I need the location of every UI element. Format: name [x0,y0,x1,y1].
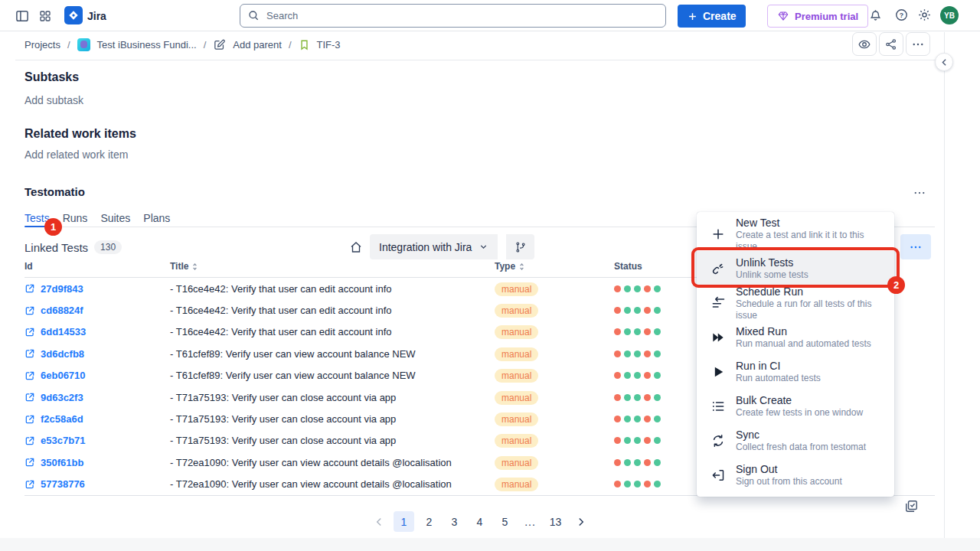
testomatio-more-icon[interactable] [913,186,926,200]
external-link-icon [24,479,35,490]
settings-gear-icon[interactable] [917,8,933,23]
create-button[interactable]: Create [678,5,746,28]
status-dot [644,459,651,466]
notifications-bell-icon[interactable] [868,8,884,23]
test-id-link[interactable]: 27d9f843 [41,283,83,295]
status-dot [644,437,651,444]
type-badge: manual [495,391,538,405]
menu-item-title: Unlink Tests [736,256,808,269]
pagination-page-1[interactable]: 1 [394,511,414,532]
breadcrumb-project[interactable]: Test iBusiness Fundi... [97,39,197,51]
watch-eye-icon[interactable] [852,32,877,56]
branch-icon[interactable] [506,234,534,259]
test-id-link[interactable]: 350f61bb [41,457,83,468]
sidebar-toggle-icon[interactable] [14,8,31,24]
menu-item-subtitle: Run manual and automated tests [736,338,871,350]
bulk-icon [710,399,726,414]
tab-suites[interactable]: Suites [100,212,130,227]
menu-item-sync[interactable]: SyncCollect fresh data from testomat [697,423,894,458]
test-id-link[interactable]: e53c7b71 [41,435,86,446]
col-header-type[interactable]: Type [495,261,614,272]
type-badge: manual [495,282,538,296]
collapse-panel-button[interactable] [935,53,953,71]
status-dot [654,416,661,422]
status-dot [654,459,661,466]
type-badge: manual [495,347,538,361]
status-dot [634,350,641,357]
pagination-page-13[interactable]: 13 [545,511,566,532]
test-title: - T16ce4e42: Verify that user can edit a… [170,305,495,316]
tab-runs[interactable]: Runs [63,212,88,227]
menu-item-run-in-ci[interactable]: Run in CIRun automated tests [697,354,894,389]
test-id-link[interactable]: 6eb06710 [41,370,86,381]
menu-item-subtitle: Run automated tests [736,373,821,384]
menu-item-unlink-tests[interactable]: Unlink TestsUnlink some tests [697,251,894,285]
breadcrumb-projects[interactable]: Projects [24,39,60,51]
linked-tests-controls: Integration with Jira [349,234,534,259]
external-link-icon [24,457,35,468]
test-id-link[interactable]: 57738776 [41,478,85,490]
menu-item-new-test[interactable]: New TestCreate a test and link it it to … [697,217,894,251]
menu-item-sign-out[interactable]: Sign OutSign out from this account [697,458,894,492]
pagination-page-3[interactable]: 3 [444,511,465,532]
menu-item-title: Run in CI [736,359,821,373]
tab-tests[interactable]: Tests [24,212,50,227]
status-dot [654,328,661,335]
test-id-link[interactable]: f2c58a6d [41,413,83,425]
schedule-icon [710,295,726,311]
issue-header-actions [852,32,930,56]
status-dot [654,437,661,444]
app-switcher-icon[interactable] [37,8,54,24]
type-badge: manual [495,412,538,426]
tests-actions-button[interactable] [900,234,931,259]
menu-item-title: Mixed Run [736,324,871,338]
pagination-page-2[interactable]: 2 [419,511,439,532]
status-dot [644,372,651,379]
edit-pencil-icon [213,38,226,51]
test-title: - T16ce4e42: Verify that user can edit a… [170,326,495,337]
home-icon[interactable] [349,240,363,254]
sort-icon[interactable] [191,262,199,271]
status-dot [624,481,631,487]
menu-item-schedule-run[interactable]: Schedule RunSchedule a run for all tests… [697,285,894,320]
test-title: - T72ea1090: Verify user can view accoun… [170,478,495,490]
menu-item-bulk-create[interactable]: Bulk CreateCreate few tests in one windo… [697,389,894,423]
pagination-page-4[interactable]: 4 [469,511,490,532]
jira-logo-icon[interactable] [64,6,83,24]
status-dot [644,350,651,357]
test-id-link[interactable]: 6dd14533 [41,326,86,337]
breadcrumb-issue-key[interactable]: TIF-3 [317,39,341,51]
breadcrumb-add-parent[interactable]: Add parent [233,39,282,51]
more-actions-icon[interactable] [906,32,930,56]
status-dot [634,394,641,401]
type-badge: manual [495,478,538,491]
tab-plans[interactable]: Plans [143,212,170,227]
status-dot [644,394,651,401]
search-input[interactable] [240,4,666,28]
pagination-prev[interactable] [368,511,389,532]
add-related-item-button[interactable]: Add related work item [24,148,128,161]
test-id-link[interactable]: 9d63c2f3 [41,392,83,403]
linked-tests-title: Linked Tests [24,241,88,254]
test-id-link[interactable]: 3d6dcfb8 [41,348,84,360]
share-icon[interactable] [879,32,903,56]
test-id-link[interactable]: cd68824f [41,305,83,316]
project-select[interactable]: Integration with Jira [370,234,498,259]
add-subtask-button[interactable]: Add subtask [24,94,83,106]
signout-icon [710,468,726,483]
col-header-title[interactable]: Title [170,261,495,272]
test-title: - T61cfef89: Verify user can view accoun… [170,348,495,360]
sync-icon [710,433,726,448]
status-dot [624,437,631,444]
status-dot [644,328,651,335]
help-icon[interactable]: ? [894,8,910,23]
user-avatar[interactable]: YB [940,6,959,24]
testomatio-heading: Testomatio [24,185,85,198]
sort-icon[interactable] [518,262,526,271]
pagination-page-5[interactable]: 5 [495,511,515,532]
menu-item-mixed-run[interactable]: Mixed RunRun manual and automated tests [697,320,894,354]
subtasks-heading: Subtasks [24,70,79,84]
menu-item-subtitle: Collect fresh data from testomat [736,442,866,453]
premium-trial-button[interactable]: Premium trial [767,5,868,28]
pagination-next[interactable] [570,511,591,532]
